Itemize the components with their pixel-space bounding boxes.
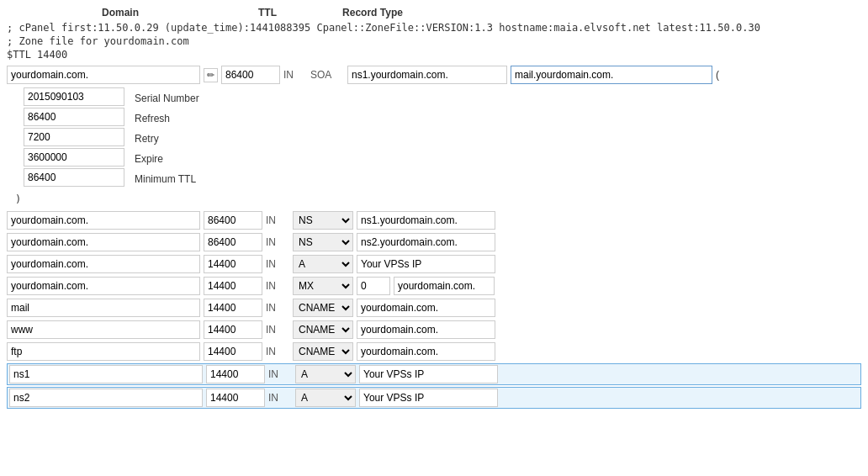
record-in-label: IN — [266, 280, 289, 292]
record-value-input[interactable] — [357, 320, 495, 339]
record-ttl-input[interactable] — [206, 365, 265, 383]
dns-record-row: INNSAMXCNAMETXTAAAA — [7, 320, 861, 340]
soa-ttl-input[interactable] — [221, 66, 280, 84]
soa-retry-label: Retry — [131, 130, 199, 148]
record-in-label: IN — [266, 346, 289, 357]
record-value-input[interactable] — [357, 233, 495, 251]
soa-refresh-label: Refresh — [131, 109, 199, 128]
soa-block: ✏ IN SOA ( Serial Number Refresh Retry E… — [7, 66, 861, 188]
record-type-select[interactable]: NSAMXCNAMETXTAAAA — [293, 277, 353, 295]
record-domain-input[interactable] — [7, 277, 200, 295]
comment-line-2: ; Zone file for yourdomain.com — [7, 35, 861, 47]
record-ttl-input[interactable] — [204, 211, 262, 230]
dns-record-row: INNSAMXCNAMETXTAAAA — [7, 276, 861, 296]
record-domain-input[interactable] — [7, 342, 200, 361]
soa-type-label: SOA — [310, 69, 344, 81]
record-domain-input[interactable] — [7, 233, 200, 251]
soa-fields: Serial Number Refresh Retry Expire Minim… — [24, 87, 861, 188]
record-ttl-input[interactable] — [204, 320, 262, 339]
record-value-input[interactable] — [357, 299, 495, 317]
record-domain-input[interactable] — [7, 299, 200, 317]
soa-labels: Serial Number Refresh Retry Expire Minim… — [131, 87, 199, 188]
soa-ns-input[interactable] — [347, 66, 507, 84]
soa-serial-label: Serial Number — [131, 89, 199, 108]
record-in-label: IN — [268, 392, 292, 404]
record-domain-input[interactable] — [9, 389, 203, 407]
record-type-select[interactable]: NSAMXCNAMETXTAAAA — [293, 342, 353, 361]
header-domain: Domain — [15, 7, 225, 19]
soa-serial-input[interactable] — [24, 87, 124, 106]
records-container: INNSAMXCNAMETXTAAAAINNSAMXCNAMETXTAAAAIN… — [7, 210, 861, 409]
soa-in-label: IN — [283, 69, 307, 81]
soa-refresh-input[interactable] — [24, 108, 124, 126]
record-in-label: IN — [266, 324, 289, 336]
record-ttl-input[interactable] — [204, 299, 262, 317]
record-value-input[interactable] — [357, 342, 495, 361]
record-type-select[interactable]: NSAMXCNAMETXTAAAA — [293, 255, 353, 273]
soa-open-paren: ( — [716, 69, 719, 81]
record-type-select[interactable]: NSAMXCNAMETXTAAAA — [293, 320, 353, 339]
soa-values — [24, 87, 124, 188]
record-in-label: IN — [266, 258, 289, 270]
comment-line-1: ; cPanel first:11.50.0.29 (update_time):… — [7, 22, 861, 34]
record-ttl-input[interactable] — [204, 233, 262, 251]
soa-retry-input[interactable] — [24, 128, 124, 146]
record-value-input[interactable] — [357, 211, 495, 230]
record-value-input[interactable] — [394, 277, 495, 295]
record-priority-input[interactable] — [357, 277, 390, 295]
closing-paren: ) — [15, 193, 861, 205]
record-value-input[interactable] — [359, 365, 498, 383]
dns-record-row: INNSAMXCNAMETXTAAAA — [7, 341, 861, 362]
soa-minimum-label: Minimum TTL — [131, 170, 199, 188]
record-value-input[interactable] — [357, 255, 495, 273]
record-domain-input[interactable] — [7, 211, 200, 230]
dns-record-row: INNSAMXCNAMETXTAAAA — [7, 298, 861, 318]
record-domain-input[interactable] — [7, 320, 200, 339]
dns-record-row: INNSAMXCNAMETXTAAAA — [7, 363, 861, 385]
header-recordtype: Record Type — [310, 7, 436, 19]
record-type-select[interactable]: NSAMXCNAMETXTAAAA — [295, 365, 356, 383]
record-ttl-input[interactable] — [204, 277, 262, 295]
record-type-select[interactable]: NSAMXCNAMETXTAAAA — [293, 233, 353, 251]
dns-record-row: INNSAMXCNAMETXTAAAA — [7, 232, 861, 252]
dns-record-row: INNSAMXCNAMETXTAAAA — [7, 387, 861, 409]
soa-expire-input[interactable] — [24, 148, 124, 167]
dns-record-row: INNSAMXCNAMETXTAAAA — [7, 254, 861, 274]
soa-domain-input[interactable] — [7, 66, 200, 84]
record-in-label: IN — [266, 236, 289, 248]
record-in-label: IN — [266, 302, 289, 314]
dns-record-row: INNSAMXCNAMETXTAAAA — [7, 210, 861, 230]
record-value-input[interactable] — [359, 389, 498, 407]
soa-expire-label: Expire — [131, 150, 199, 168]
record-type-select[interactable]: NSAMXCNAMETXTAAAA — [293, 211, 353, 230]
record-domain-input[interactable] — [7, 255, 200, 273]
soa-edit-icon[interactable]: ✏ — [204, 68, 218, 82]
record-in-label: IN — [266, 214, 289, 226]
record-ttl-input[interactable] — [204, 255, 262, 273]
record-in-label: IN — [268, 368, 292, 380]
record-type-select[interactable]: NSAMXCNAMETXTAAAA — [295, 389, 356, 407]
comment-line-3: $TTL 14400 — [7, 49, 861, 61]
table-header: Domain TTL Record Type — [7, 7, 861, 19]
record-ttl-input[interactable] — [204, 342, 262, 361]
soa-minimum-input[interactable] — [24, 168, 124, 187]
soa-main-row: ✏ IN SOA ( — [7, 66, 861, 84]
record-type-select[interactable]: NSAMXCNAMETXTAAAA — [293, 299, 353, 317]
soa-mail-input[interactable] — [511, 66, 712, 84]
record-ttl-input[interactable] — [206, 389, 265, 407]
record-domain-input[interactable] — [9, 365, 203, 383]
header-ttl: TTL — [225, 7, 310, 19]
